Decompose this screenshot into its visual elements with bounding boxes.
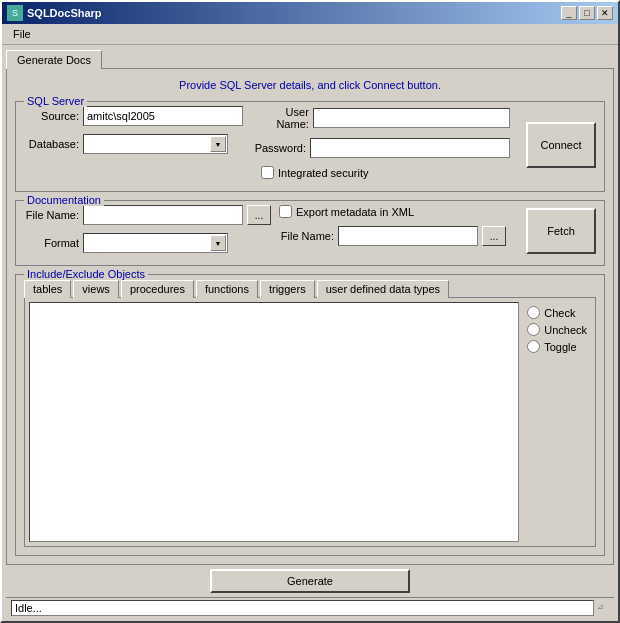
database-combo-wrapper: ▼ — [83, 134, 228, 154]
export-metadata-checkbox[interactable] — [279, 205, 292, 218]
obj-tab-user-defined[interactable]: user defined data types — [317, 280, 449, 298]
username-label: User Name: — [251, 106, 309, 130]
xml-filename-row: File Name: ... — [279, 226, 510, 246]
integrated-security-text: Integrated security — [278, 167, 369, 179]
source-label: Source: — [24, 110, 79, 122]
username-input[interactable] — [313, 108, 510, 128]
window-title: SQLDocSharp — [27, 7, 102, 19]
sql-left-col: Source: Database: ▼ — [24, 106, 243, 183]
sql-server-label: SQL Server — [24, 95, 87, 107]
doc-format-label: Format — [24, 237, 79, 249]
database-combo[interactable] — [83, 134, 228, 154]
password-row: Password: — [251, 138, 510, 158]
doc-filename-input[interactable] — [83, 205, 243, 225]
sql-server-group: SQL Server Source: Database: ▼ — [15, 101, 605, 192]
menu-bar: File — [2, 24, 618, 45]
doc-browse-button[interactable]: ... — [247, 205, 271, 225]
source-input[interactable] — [83, 106, 243, 126]
toggle-label: Toggle — [544, 341, 576, 353]
check-radio-label: Check — [527, 306, 587, 319]
format-combo-wrapper: ▼ — [83, 233, 228, 253]
generate-button[interactable]: Generate — [210, 569, 410, 593]
xml-browse-button[interactable]: ... — [482, 226, 506, 246]
minimize-button[interactable]: _ — [561, 6, 577, 20]
content-area: Generate Docs Provide SQL Server details… — [2, 45, 618, 621]
doc-filename-row: File Name: ... — [24, 205, 271, 225]
integrated-security-label: Integrated security — [261, 166, 369, 179]
xml-filename-input[interactable] — [338, 226, 478, 246]
main-window: S SQLDocSharp _ □ ✕ File Generate Docs P… — [0, 0, 620, 623]
doc-right: Export metadata in XML File Name: ... — [279, 205, 510, 257]
integrated-security-checkbox[interactable] — [261, 166, 274, 179]
status-bar: Idle... ⊿ — [6, 597, 614, 617]
objects-actions: Check Uncheck Toggle — [523, 302, 591, 542]
toggle-radio[interactable] — [527, 340, 540, 353]
hint-text: Provide SQL Server details, and click Co… — [15, 77, 605, 93]
title-bar-left: S SQLDocSharp — [7, 5, 102, 21]
export-metadata-row: Export metadata in XML — [279, 205, 510, 218]
obj-tab-triggers[interactable]: triggers — [260, 280, 315, 298]
objects-content: Check Uncheck Toggle — [24, 297, 596, 547]
main-tab-bar: Generate Docs — [6, 49, 614, 68]
integrated-security-row: Integrated security — [261, 166, 510, 179]
database-row: Database: ▼ — [24, 134, 243, 154]
objects-group: Include/Exclude Objects tables views pro… — [15, 274, 605, 556]
documentation-label: Documentation — [24, 194, 104, 206]
objects-tab-bar: tables views procedures functions trigge… — [24, 279, 596, 297]
password-input[interactable] — [310, 138, 510, 158]
password-label: Password: — [251, 142, 306, 154]
fetch-button[interactable]: Fetch — [526, 208, 596, 254]
documentation-group: Documentation File Name: ... Format — [15, 200, 605, 266]
database-label: Database: — [24, 138, 79, 150]
generate-bar: Generate — [6, 565, 614, 597]
fetch-container: Fetch — [518, 205, 596, 257]
doc-section: File Name: ... Format ▼ — [24, 205, 596, 257]
uncheck-radio-label: Uncheck — [527, 323, 587, 336]
tab-generate-docs[interactable]: Generate Docs — [6, 50, 102, 69]
title-buttons: _ □ ✕ — [561, 6, 613, 20]
toggle-radio-label: Toggle — [527, 340, 587, 353]
username-row: User Name: — [251, 106, 510, 130]
size-grip[interactable]: ⊿ — [597, 602, 609, 614]
sql-right-col: User Name: Password: Integrated security — [251, 106, 510, 183]
connect-container: Connect — [518, 106, 596, 183]
xml-filename-label: File Name: — [279, 230, 334, 242]
uncheck-radio[interactable] — [527, 323, 540, 336]
main-panel: Provide SQL Server details, and click Co… — [6, 68, 614, 565]
connect-button[interactable]: Connect — [526, 122, 596, 168]
status-text: Idle... — [11, 600, 594, 616]
maximize-button[interactable]: □ — [579, 6, 595, 20]
format-combo[interactable] — [83, 233, 228, 253]
sql-section: Source: Database: ▼ — [24, 106, 596, 183]
close-button[interactable]: ✕ — [597, 6, 613, 20]
title-bar: S SQLDocSharp _ □ ✕ — [2, 2, 618, 24]
source-row: Source: — [24, 106, 243, 126]
check-label: Check — [544, 307, 575, 319]
export-metadata-label: Export metadata in XML — [279, 205, 414, 218]
doc-filename-label: File Name: — [24, 209, 79, 221]
doc-format-row: Format ▼ — [24, 233, 271, 253]
obj-tab-functions[interactable]: functions — [196, 280, 258, 298]
file-menu[interactable]: File — [7, 26, 37, 42]
objects-list[interactable] — [29, 302, 519, 542]
obj-tab-procedures[interactable]: procedures — [121, 280, 194, 298]
app-icon: S — [7, 5, 23, 21]
export-metadata-text: Export metadata in XML — [296, 206, 414, 218]
obj-tab-views[interactable]: views — [73, 280, 119, 298]
uncheck-label: Uncheck — [544, 324, 587, 336]
check-radio[interactable] — [527, 306, 540, 319]
obj-tab-tables[interactable]: tables — [24, 280, 71, 298]
doc-left: File Name: ... Format ▼ — [24, 205, 271, 257]
objects-group-label: Include/Exclude Objects — [24, 268, 148, 280]
